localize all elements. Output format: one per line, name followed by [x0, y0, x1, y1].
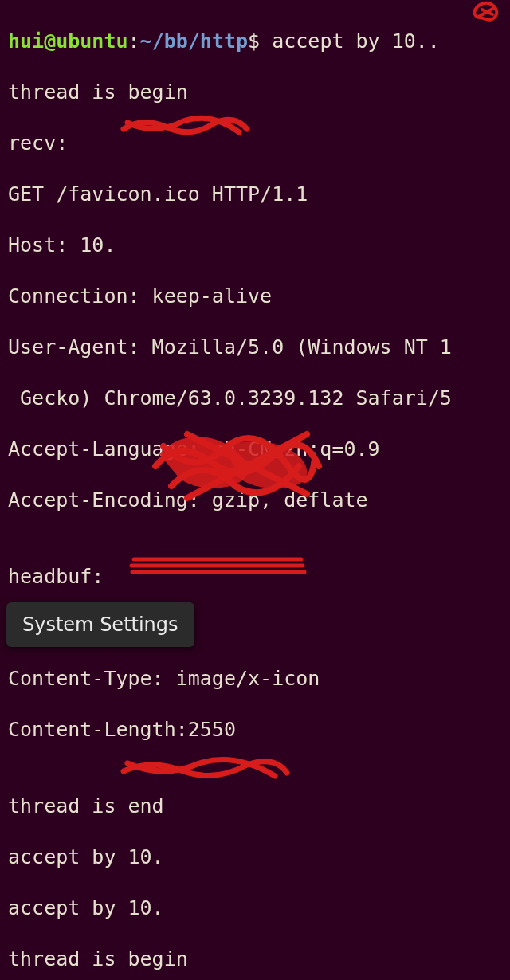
output-line: Content-Type: image/x-icon [8, 666, 502, 692]
accept-prefix: accept by 10. [8, 896, 164, 919]
output-line: Gecko) Chrome/63.0.3239.132 Safari/5 [8, 386, 502, 411]
prompt-dollar: $ [248, 29, 260, 53]
output-line: accept by 10. [8, 845, 502, 870]
accept-prefix: accept by 10. [8, 845, 164, 868]
prompt-colon: : [128, 29, 140, 53]
output-line: Accept-Language: zh-CN,zh;q=0.9 [8, 437, 502, 462]
prompt-command-tail: . [428, 29, 440, 53]
output-line: Accept-Encoding: gzip, deflate [8, 488, 502, 513]
output-line: accept by 10. [8, 896, 502, 921]
prompt-line: hui@ubuntu:~/bb/http$ accept by 10.. [8, 29, 502, 54]
host-redacted [116, 233, 223, 257]
host-prefix: Host: 10. [8, 233, 116, 257]
output-line: GET /favicon.ico HTTP/1.1 [8, 182, 502, 207]
output-line: Host: 10. [8, 233, 502, 258]
prompt-user: hui [8, 29, 44, 53]
prompt-path: ~/bb/http [140, 29, 248, 53]
tooltip-label: System Settings [22, 613, 178, 636]
output-line: thread_is end [8, 794, 502, 819]
output-line: thread is begin [8, 947, 502, 972]
prompt-command: accept by 10. [260, 29, 428, 53]
output-line: headbuf: [8, 564, 502, 590]
terminal[interactable]: hui@ubuntu:~/bb/http$ accept by 10.. thr… [0, 0, 510, 980]
output-line: Content-Length:2550 [8, 717, 502, 743]
output-line: Connection: keep-alive [8, 284, 502, 309]
prompt-host: ubuntu [56, 29, 128, 53]
prompt-at: @ [44, 29, 56, 53]
output-line: recv: [8, 131, 502, 156]
system-settings-tooltip: System Settings [6, 602, 194, 647]
output-line: thread is begin [8, 80, 502, 105]
output-line: User-Agent: Mozilla/5.0 (Windows NT 1 [8, 335, 502, 360]
